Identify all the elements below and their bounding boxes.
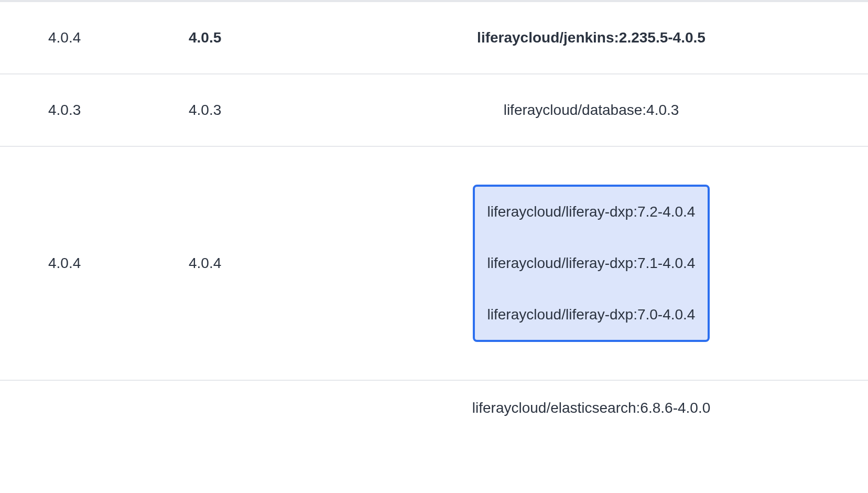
image-line: liferaycloud/liferay-dxp:7.2-4.0.4: [487, 196, 696, 228]
highlight-box: liferaycloud/liferay-dxp:7.2-4.0.4 lifer…: [473, 185, 710, 342]
image-cell: liferaycloud/jenkins:2.235.5-4.0.5: [346, 29, 868, 46]
image-line: liferaycloud/liferay-dxp:7.0-4.0.4: [487, 299, 696, 330]
version-cell-2: 4.0.3: [189, 102, 346, 119]
version-cell-1: 4.0.4: [0, 255, 189, 272]
version-table: 4.0.4 4.0.5 liferaycloud/jenkins:2.235.5…: [0, 0, 868, 416]
version-cell-1: 4.0.4: [0, 29, 189, 46]
table-row: 4.0.4 4.0.4 liferaycloud/liferay-dxp:7.2…: [0, 146, 868, 380]
image-cell: liferaycloud/elasticsearch:6.8.6-4.0.0: [346, 400, 868, 416]
version-cell-1: 4.0.3: [0, 102, 189, 119]
table-row: 4.0.3 4.0.3 liferaycloud/database:4.0.3: [0, 73, 868, 146]
version-cell-2: 4.0.5: [189, 29, 346, 46]
table-row: liferaycloud/elasticsearch:6.8.6-4.0.0: [0, 380, 868, 416]
image-cell: liferaycloud/database:4.0.3: [346, 102, 868, 119]
image-cell-highlighted: liferaycloud/liferay-dxp:7.2-4.0.4 lifer…: [346, 185, 868, 342]
table-row: 4.0.4 4.0.5 liferaycloud/jenkins:2.235.5…: [0, 1, 868, 73]
version-cell-2: 4.0.4: [189, 255, 346, 272]
image-line: liferaycloud/liferay-dxp:7.1-4.0.4: [487, 248, 696, 279]
